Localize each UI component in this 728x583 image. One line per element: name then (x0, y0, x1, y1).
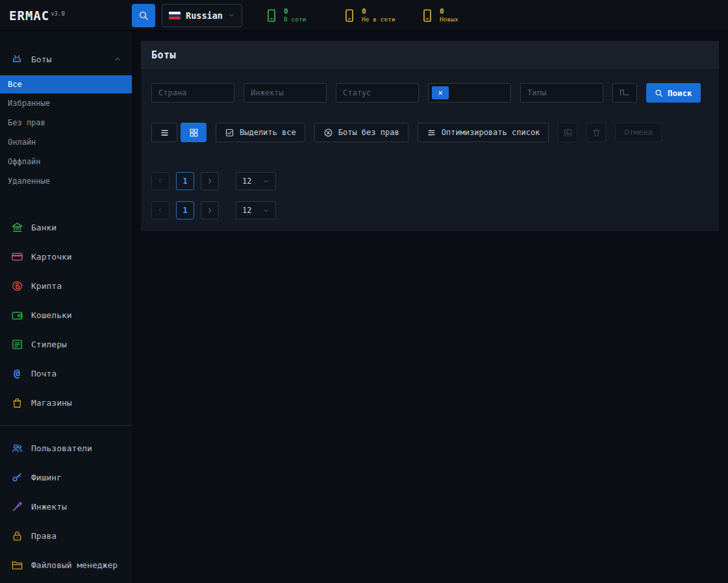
key-icon (10, 471, 23, 484)
search-button[interactable] (132, 4, 155, 27)
sidebar-item-label: Банки (31, 223, 56, 232)
sidebar-item-users[interactable]: Пользователи (0, 434, 132, 463)
syringe-icon (10, 501, 23, 514)
sidebar-item-crypto[interactable]: Крипта (0, 271, 132, 301)
types-filter-input[interactable] (520, 83, 603, 103)
search-submit-button[interactable]: Поиск (646, 83, 701, 103)
next-page-button[interactable] (201, 172, 219, 190)
toolbar-row: Выделить все Боты без прав Оптимизироват… (151, 123, 709, 142)
sidebar-subitem-deleted[interactable]: Удаленные (0, 171, 132, 191)
sidebar-item-label: Кошельки (31, 310, 72, 320)
chevron-up-icon (114, 55, 121, 63)
page-button[interactable]: 1 (176, 172, 194, 190)
sidebar-item-label: Фишинг (31, 473, 62, 482)
per-page-select[interactable]: 12 (236, 201, 276, 219)
sidebar-item-phishing[interactable]: Фишинг (0, 463, 132, 492)
bots-no-rights-button[interactable]: Боты без прав (314, 123, 408, 142)
chevron-right-icon (206, 206, 214, 214)
subitem-label: Онлайн (8, 138, 36, 147)
sidebar-subitem-no-rights[interactable]: Без прав (0, 113, 132, 132)
chevron-down-icon (228, 12, 235, 19)
view-toggle-group (151, 123, 207, 142)
counter-new-label: Новых (440, 16, 458, 23)
sidebar-item-stealers[interactable]: Стилеры (0, 330, 132, 359)
search-icon (138, 10, 149, 21)
grid-view-button[interactable] (181, 123, 207, 142)
per-page-select[interactable]: 12 (236, 172, 276, 190)
sidebar-item-bots[interactable]: Боты (0, 45, 132, 73)
main-area: Боты × Поиск (132, 31, 728, 583)
sidebar-item-label: Пользователи (31, 443, 92, 453)
subitem-label: Удаленные (8, 177, 50, 186)
injects-filter-input[interactable] (244, 83, 327, 103)
status-filter-input[interactable] (336, 83, 419, 103)
chevron-down-icon (262, 207, 270, 214)
tag-remove-button[interactable]: × (432, 86, 449, 99)
sidebar-item-injects[interactable]: Инжекты (0, 492, 132, 521)
truncated-filter-input[interactable] (612, 83, 637, 103)
prev-page-button[interactable] (151, 172, 169, 190)
page-title: Боты (151, 49, 176, 61)
per-page-value: 12 (242, 177, 251, 186)
select-all-button[interactable]: Выделить все (216, 123, 305, 142)
card-icon (10, 251, 23, 264)
search-submit-label: Поиск (668, 88, 692, 98)
sidebar-item-label: Карточки (31, 252, 72, 262)
sidebar-item-cards[interactable]: Карточки (0, 242, 132, 271)
close-icon: × (438, 88, 442, 97)
page-number: 1 (182, 177, 187, 186)
delete-button[interactable] (586, 123, 606, 142)
page-button[interactable]: 1 (176, 201, 194, 219)
country-filter-input[interactable] (151, 83, 234, 103)
language-select[interactable]: Russian (162, 4, 242, 27)
per-page-value: 12 (242, 206, 251, 215)
sidebar-item-mail[interactable]: @ Почта (0, 359, 132, 388)
sidebar: Боты Все Избранные Без прав Онлайн Оффла… (0, 31, 132, 583)
sidebar-item-label: Права (31, 531, 56, 541)
sidebar-divider (0, 425, 132, 426)
optimize-list-button[interactable]: Оптимизировать список (418, 123, 549, 142)
sidebar-subitem-online[interactable]: Онлайн (0, 132, 132, 152)
search-icon (655, 89, 663, 97)
topbar: ERMACv3.0 Russian 0 В сети 0 Не в сети (0, 0, 728, 31)
prev-page-button[interactable] (151, 201, 169, 219)
sidebar-item-label: Боты (31, 55, 51, 64)
x-circle-icon (323, 128, 333, 138)
sidebar-item-banks[interactable]: Банки (0, 213, 132, 242)
bots-submenu: Все Избранные Без прав Онлайн Оффлайн Уд… (0, 75, 132, 191)
sidebar-item-shops[interactable]: Магазины (0, 388, 132, 417)
optimize-icon (427, 128, 436, 138)
sidebar-item-wallets[interactable]: Кошельки (0, 301, 132, 330)
brand-logo: ERMACv3.0 (9, 8, 132, 23)
sidebar-subitem-all[interactable]: Все (0, 75, 132, 93)
sidebar-subitem-favorites[interactable]: Избранные (0, 93, 132, 113)
brand-version: v3.0 (51, 10, 65, 17)
tag-filter-input[interactable]: × (428, 83, 511, 103)
chevron-left-icon (157, 177, 164, 185)
sidebar-item-label: Стилеры (31, 340, 67, 349)
bank-icon (10, 221, 23, 234)
sidebar-subitem-offline[interactable]: Оффлайн (0, 152, 132, 171)
cancel-label: Отмена (624, 128, 652, 137)
at-icon: @ (10, 367, 23, 380)
counter-online-label: В сети (284, 16, 306, 23)
bots-no-rights-label: Боты без прав (338, 128, 399, 137)
phone-offline-icon (342, 8, 357, 23)
cancel-button[interactable]: Отмена (615, 123, 661, 142)
page-number: 1 (182, 206, 187, 215)
counter-new-value: 0 (440, 7, 458, 16)
subitem-label: Без прав (8, 118, 45, 127)
list-view-button[interactable] (151, 123, 177, 142)
image-icon (563, 128, 573, 138)
next-page-button[interactable] (201, 201, 219, 219)
counter-offline-label: Не в сети (362, 16, 395, 23)
counter-offline: 0 Не в сети (342, 7, 398, 24)
select-all-label: Выделить все (240, 128, 296, 137)
export-image-button[interactable] (558, 123, 577, 142)
brand-name: ERMAC (9, 8, 49, 23)
users-icon (10, 442, 23, 455)
trash-icon (592, 128, 601, 138)
sidebar-item-file-manager[interactable]: Файловый менеджер (0, 551, 132, 580)
panel-header: Боты (141, 41, 719, 70)
sidebar-item-rights[interactable]: Права (0, 521, 132, 551)
